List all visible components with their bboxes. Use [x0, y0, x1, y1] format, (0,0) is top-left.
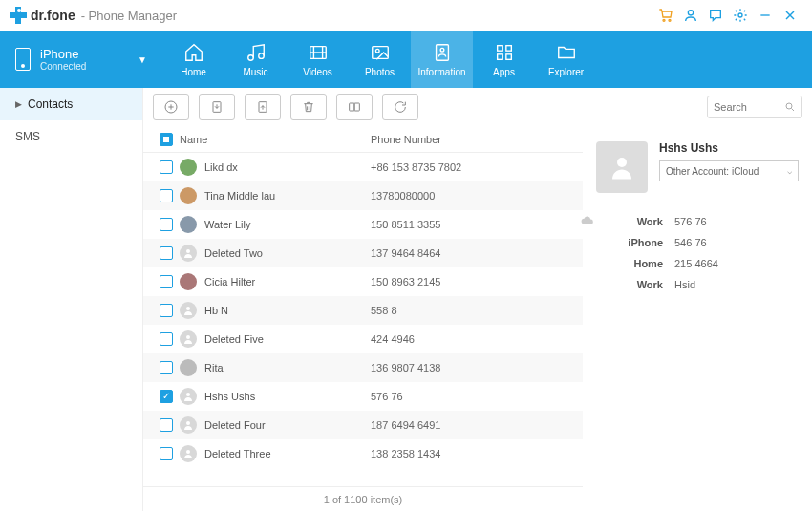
- search-box[interactable]: [707, 96, 802, 118]
- avatar: [180, 273, 197, 290]
- nav-music[interactable]: Music: [224, 31, 287, 88]
- column-name[interactable]: Name: [180, 134, 371, 145]
- row-checkbox[interactable]: [160, 361, 173, 374]
- cell-phone: 150 8963 2145: [371, 276, 573, 287]
- table-row[interactable]: Hb N558 8: [143, 296, 583, 325]
- table-row[interactable]: Hshs Ushs576 76: [143, 382, 583, 411]
- contact-name: Deleted Two: [204, 247, 263, 259]
- row-checkbox[interactable]: [160, 246, 173, 260]
- svg-point-14: [375, 49, 379, 53]
- detail-field-label: iPhone: [596, 237, 663, 248]
- table-row[interactable]: Cicia Hilter150 8963 2145: [143, 267, 583, 296]
- table-row[interactable]: Deleted Four187 6494 6491: [143, 411, 583, 439]
- detail-field: Work576 76: [596, 216, 799, 227]
- table-body: Likd dx+86 153 8735 7802Tina Middle lau1…: [143, 153, 583, 486]
- import-button[interactable]: [199, 94, 235, 120]
- search-icon: [784, 101, 796, 113]
- avatar: [180, 159, 197, 176]
- svg-point-32: [186, 335, 190, 339]
- table-row[interactable]: Deleted Five424 4946: [143, 325, 583, 353]
- cell-name: Water Lily: [180, 216, 371, 233]
- contact-name: Hshs Ushs: [204, 391, 255, 402]
- main-panel: Name Phone Number Likd dx+86 153 8735 78…: [143, 88, 812, 511]
- avatar: [180, 330, 197, 348]
- search-input[interactable]: [714, 101, 780, 113]
- svg-point-34: [186, 421, 190, 425]
- cell-name: Likd dx: [180, 159, 371, 176]
- row-checkbox[interactable]: [160, 418, 173, 432]
- cell-name: Deleted Five: [180, 330, 371, 348]
- close-button[interactable]: [778, 3, 802, 28]
- contact-name: Deleted Five: [204, 333, 264, 345]
- svg-rect-27: [354, 103, 359, 111]
- sidebar: ▶Contacts SMS: [0, 88, 143, 511]
- detail-field: iPhone546 76: [596, 237, 799, 248]
- merge-button[interactable]: [336, 94, 373, 120]
- add-button[interactable]: [153, 94, 189, 120]
- feedback-icon[interactable]: [703, 3, 728, 28]
- delete-button[interactable]: [290, 94, 327, 120]
- row-checkbox[interactable]: [160, 332, 173, 346]
- cart-icon[interactable]: [653, 3, 678, 28]
- avatar: [180, 359, 197, 376]
- cell-phone: 13780080000: [371, 190, 573, 202]
- account-selector[interactable]: Other Account: iCloud ⌵: [659, 160, 799, 181]
- contact-name: Deleted Four: [204, 419, 266, 431]
- avatar: [180, 445, 197, 462]
- row-checkbox[interactable]: [160, 447, 173, 460]
- row-checkbox[interactable]: [160, 189, 173, 202]
- nav-videos[interactable]: Videos: [287, 31, 349, 88]
- settings-icon[interactable]: [728, 3, 753, 28]
- table-row[interactable]: Water Lily150 8511 3355: [143, 210, 583, 239]
- table-row[interactable]: Likd dx+86 153 8735 7802: [143, 153, 583, 181]
- table-row[interactable]: Deleted Two137 9464 8464: [143, 239, 583, 267]
- export-button[interactable]: [245, 94, 281, 120]
- svg-point-28: [786, 103, 792, 109]
- table-row[interactable]: Rita136 9807 4138: [143, 353, 583, 382]
- svg-point-16: [440, 48, 444, 52]
- detail-field-value: 546 76: [674, 237, 707, 248]
- contact-detail: Hshs Ushs Other Account: iCloud ⌵ Work57…: [583, 126, 812, 511]
- navbar: iPhone Connected ▼ Home Music Videos Pho…: [0, 31, 812, 88]
- detail-field: WorkHsid: [596, 279, 799, 290]
- svg-point-1: [669, 19, 671, 21]
- toolbar: [143, 88, 812, 126]
- cell-phone: 424 4946: [371, 333, 573, 345]
- select-all-checkbox[interactable]: [160, 133, 173, 146]
- cell-name: Hshs Ushs: [180, 388, 371, 405]
- cell-name: Deleted Four: [180, 416, 371, 434]
- nav-explorer[interactable]: Explorer: [535, 31, 597, 88]
- detail-field-value: 215 4664: [674, 258, 718, 269]
- nav-apps[interactable]: Apps: [473, 31, 535, 88]
- nav-information[interactable]: Information: [411, 31, 473, 88]
- refresh-button[interactable]: [382, 94, 418, 120]
- column-phone[interactable]: Phone Number: [371, 134, 573, 145]
- table-header: Name Phone Number: [143, 126, 583, 153]
- detail-name: Hshs Ushs: [659, 141, 799, 155]
- device-selector[interactable]: iPhone Connected ▼: [0, 31, 162, 88]
- cell-name: Cicia Hilter: [180, 273, 371, 290]
- row-checkbox[interactable]: [160, 304, 173, 317]
- contact-name: Hb N: [204, 305, 228, 316]
- contacts-table: Name Phone Number Likd dx+86 153 8735 78…: [143, 126, 583, 511]
- cell-phone: 558 8: [371, 305, 573, 316]
- nav-home[interactable]: Home: [162, 31, 224, 88]
- table-row[interactable]: Tina Middle lau13780080000: [143, 181, 583, 210]
- device-name: iPhone: [40, 47, 86, 61]
- row-checkbox[interactable]: [160, 390, 173, 403]
- contact-name: Deleted Three: [204, 448, 271, 459]
- row-checkbox[interactable]: [160, 218, 173, 231]
- svg-point-0: [663, 19, 665, 21]
- minimize-button[interactable]: [753, 3, 778, 28]
- row-checkbox[interactable]: [160, 275, 173, 288]
- detail-field-label: Work: [596, 216, 663, 227]
- sidebar-item-sms[interactable]: SMS: [0, 120, 142, 153]
- table-row[interactable]: Deleted Three138 2358 1434: [143, 439, 583, 468]
- nav-photos[interactable]: Photos: [349, 31, 411, 88]
- user-icon[interactable]: [678, 3, 703, 28]
- avatar: [180, 416, 197, 434]
- sidebar-item-contacts[interactable]: ▶Contacts: [0, 88, 142, 120]
- row-checkbox[interactable]: [160, 160, 173, 174]
- svg-point-35: [186, 450, 190, 454]
- avatar: [180, 245, 197, 262]
